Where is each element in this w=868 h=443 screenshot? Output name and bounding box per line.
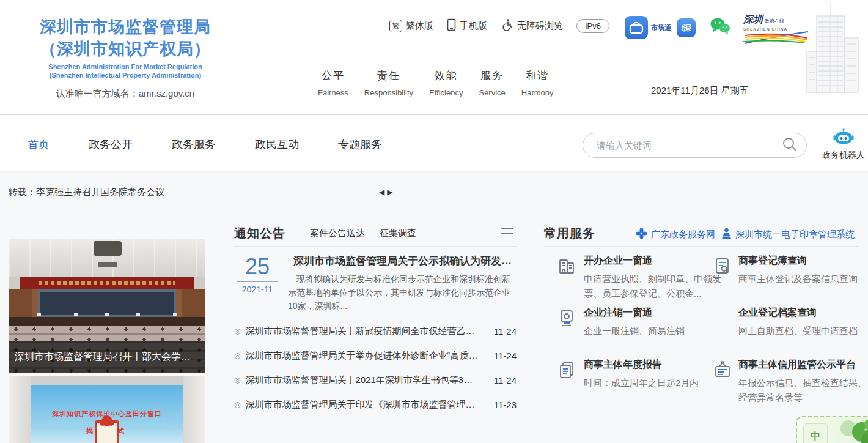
- service-archive-search[interactable]: 企业登记档案查询 网上自助查档、受理申请查档: [712, 307, 868, 338]
- mobile-version-label: 手机版: [460, 20, 487, 32]
- value-service: 服务 Service: [479, 69, 505, 97]
- featured-summary: 现将拟确认为研发与标准化同步示范企业和深圳标准创新示范基地的单位予以公示，其中研…: [288, 272, 517, 313]
- accessibility-link[interactable]: 无障碍浏览: [501, 18, 563, 33]
- service-title: 企业登记档案查询: [738, 307, 868, 319]
- photo-desk: [9, 317, 205, 326]
- robot-icon: [833, 137, 854, 147]
- value-zh: 服务: [479, 69, 505, 83]
- notice-item[interactable]: ◎ 深圳市市场监督管理局关于新冠疫情期间全市仅经营乙类非... 11-24: [234, 319, 517, 343]
- site-title-line1: 深圳市市场监督管理局: [12, 16, 238, 38]
- eseal-system-label: 深圳市统一电子印章管理系统: [735, 229, 855, 240]
- notice-item[interactable]: ◎ 深圳市市场监督管理局关于印发《深圳市市场监督管理局商... 11-23: [234, 392, 517, 417]
- shenzhen-gov-logo-script: 深圳: [743, 13, 763, 26]
- value-en: Harmony: [521, 88, 554, 97]
- service-credit-platform[interactable]: 商事主体信用监管公示平台 年报公示信息、抽查检查结果、经营异常名录等: [712, 359, 868, 405]
- mobile-version-link[interactable]: 手机版: [447, 18, 487, 33]
- service-title: 商事主体信用监管公示平台: [738, 359, 868, 371]
- carousel-slide-ceremony[interactable]: 深圳知识产权保护中心盐田分窗口 揭牌仪式: [9, 376, 205, 443]
- value-zh: 效能: [429, 69, 463, 83]
- gov-robot-label: 政务机器人: [820, 150, 867, 161]
- traditional-chinese-link[interactable]: 繁 繁体版: [389, 20, 433, 32]
- widget-zhong-badge: 中: [803, 423, 828, 443]
- value-responsibility: 责任 Responsibility: [364, 69, 413, 97]
- nav-item-gov-services[interactable]: 政务服务: [172, 137, 216, 152]
- notice-date: 11-24: [486, 375, 517, 385]
- search-icon: [782, 136, 798, 154]
- service-registry-search[interactable]: 商事登记簿查询 商事主体登记及备案信息查询: [712, 255, 868, 286]
- notice-list: ◎ 深圳市市场监督管理局关于新冠疫情期间全市仅经营乙类非... 11-24 ◎ …: [234, 319, 517, 417]
- nav-item-gov-disclosure[interactable]: 政务公开: [89, 137, 133, 152]
- shenzhen-gov-logo-small: 政府在线: [765, 18, 784, 24]
- ticker-prev-icon[interactable]: ◀: [379, 188, 384, 196]
- carousel-caption: 深圳市市场监督管理局召开干部大会学习贯彻党的十...: [9, 341, 205, 373]
- service-desc: 申请营业执照、刻制印章、申领发票、员工参保登记、公积金...: [584, 272, 729, 301]
- featured-day: 25: [234, 255, 281, 278]
- photo2-ribbon: [101, 415, 112, 426]
- value-en: Efficiency: [429, 88, 463, 97]
- gd-gov-service-label: 广东政务服务网: [651, 229, 715, 240]
- floating-widget[interactable]: 中: [796, 416, 868, 443]
- tab-case-announcements[interactable]: 案件公告送达: [310, 228, 365, 239]
- notice-date: 11-24: [486, 351, 517, 361]
- service-title: 商事登记簿查询: [738, 255, 868, 267]
- notice-title: 深圳市市场监督管理局关于举办促进体外诊断企业“高质量...: [245, 350, 486, 362]
- notice-title: 深圳市市场监督管理局关于印发《深圳市市场监督管理局商...: [245, 399, 486, 411]
- photo2-pillar: [183, 376, 205, 443]
- nav-item-special-services[interactable]: 专题服务: [338, 137, 382, 152]
- accessibility-label: 无障碍浏览: [517, 20, 563, 32]
- notice-item[interactable]: ◎ 深圳市市场监督管理局关于举办促进体外诊断企业“高质量... 11-24: [234, 343, 517, 368]
- carousel-slide-conference[interactable]: 深圳市市场监督管理局召开干部大会学习贯彻党的十...: [9, 239, 205, 373]
- notice-item[interactable]: ◎ 深圳市市场监督管理局关于2021年深圳市学生书包等3类产... 11-24: [234, 368, 517, 392]
- page: 深圳市市场监督管理局 （深圳市知识产权局） Shenzhen Administr…: [0, 0, 868, 443]
- traditional-chinese-label: 繁体版: [406, 20, 433, 32]
- ticker-controls: ◀ ▶: [379, 188, 392, 196]
- wechat-icon[interactable]: [710, 17, 730, 38]
- value-zh: 公平: [318, 69, 348, 83]
- market-app-icon: [625, 16, 648, 39]
- traditional-chinese-icon: 繁: [389, 20, 402, 32]
- notice-title: 深圳市市场监督管理局关于新冠疫情期间全市仅经营乙类非...: [245, 326, 486, 337]
- bullet-icon: ◎: [234, 400, 240, 409]
- ipv6-badge[interactable]: IPv6: [576, 19, 609, 33]
- news-ticker[interactable]: 转载：李克强主持召开国务院常务会议: [9, 187, 164, 198]
- featured-month: 2021-11: [234, 285, 281, 294]
- services-section: 常用服务 广东政务服务网: [544, 220, 859, 247]
- value-efficiency: 效能 Efficiency: [429, 69, 463, 97]
- eseal-stamp-icon: [721, 228, 732, 241]
- notices-divider: [234, 246, 517, 247]
- service-open-business[interactable]: 开办企业一窗通 申请营业执照、刻制印章、申领发票、员工参保登记、公积金...: [556, 255, 729, 301]
- search-button[interactable]: [782, 136, 806, 154]
- site-logo[interactable]: 深圳市市场监督管理局 （深圳市知识产权局） Shenzhen Administr…: [12, 16, 238, 100]
- site-title-line2: （深圳市知识产权局）: [12, 38, 238, 60]
- current-date: 2021年11月26日 星期五: [651, 85, 749, 97]
- ticker-next-icon[interactable]: ▶: [387, 188, 392, 196]
- value-harmony: 和谐 Harmony: [521, 69, 554, 97]
- bullet-icon: ◎: [234, 376, 240, 384]
- building-sketch-image: [798, 0, 867, 95]
- clover-leaf-icon: [830, 420, 868, 443]
- service-annual-report[interactable]: 商事主体年度报告 时间：成立周年之日起2月内: [556, 359, 729, 390]
- photo2-banner: 深圳知识产权保护中心盐田分窗口 揭牌仪式: [31, 385, 183, 443]
- header-quick-links: 繁 繁体版 手机版 无障碍浏览 IPv6: [389, 18, 609, 33]
- power-icon: [556, 308, 577, 331]
- service-desc: 企业一般注销、简易注销: [584, 324, 729, 338]
- search-input[interactable]: [583, 140, 782, 151]
- market-app-link[interactable]: 市场通: [625, 16, 671, 39]
- site-title-en1: Shenzhen Administration For Market Regul…: [12, 62, 238, 71]
- gov-robot-button[interactable]: 政务机器人: [820, 128, 867, 161]
- value-en: Fairness: [318, 88, 348, 97]
- ishenzhen-app-icon[interactable]: i深: [677, 18, 696, 37]
- nav-item-home[interactable]: 首页: [28, 137, 50, 152]
- site-title-en2: (Shenzhen Intellectual Property Administ…: [12, 71, 238, 80]
- notice-date: 11-23: [486, 400, 517, 410]
- featured-title[interactable]: 深圳市市场监督管理局关于公示拟确认为研发与标...: [293, 254, 517, 268]
- more-icon[interactable]: [501, 228, 513, 238]
- tab-surveys[interactable]: 征集调查: [380, 228, 416, 239]
- featured-notice[interactable]: 25 2021-11 深圳市市场监督管理局关于公示拟确认为研发与标... 现将拟…: [234, 254, 517, 310]
- nav-item-interaction[interactable]: 政民互动: [255, 137, 299, 152]
- gd-gov-flower-icon: [636, 228, 647, 241]
- eseal-system-link[interactable]: 深圳市统一电子印章管理系统: [721, 228, 855, 241]
- service-deregistration[interactable]: 企业注销一窗通 企业一般注销、简易注销: [556, 307, 729, 338]
- photo-banner: [20, 277, 194, 289]
- gd-gov-service-link[interactable]: 广东政务服务网: [636, 228, 715, 241]
